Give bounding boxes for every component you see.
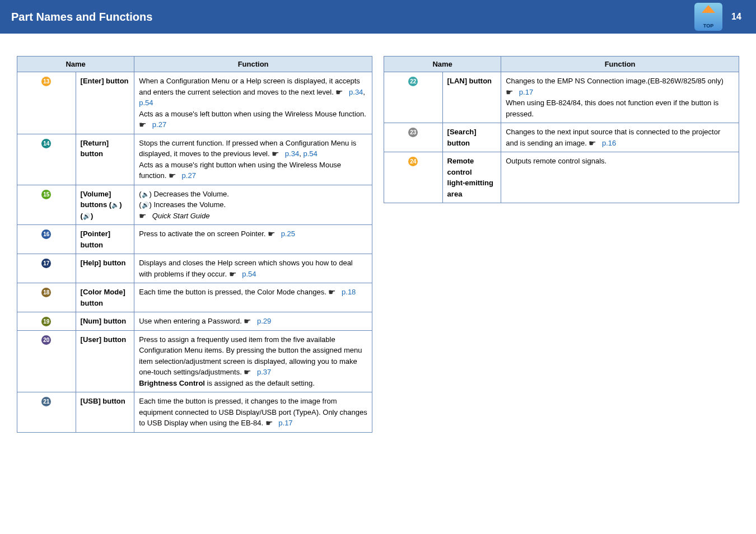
hand-icon [229,269,240,276]
func-text: Each time the button is pressed, the Col… [139,288,328,296]
button-name: [Enter] button [81,77,129,85]
page-link[interactable]: p.34 [349,88,363,96]
table-row: 16 [Pointer] button Press to activate th… [17,225,372,254]
row-number: 22 [408,77,418,86]
func-text: Outputs remote control signals. [506,157,606,165]
sep: , [363,88,365,96]
header-right: TOP 14 [694,3,745,31]
function-cell: Each time the button is pressed, the Col… [134,283,372,312]
table-row: 15 [Volume] buttons () () () Decreases t… [17,185,372,225]
func-text: When a Configuration Menu or a Help scre… [139,77,360,96]
row-number: 19 [41,317,51,326]
hand-icon [265,418,277,425]
bold-text: Brightness Control [139,379,205,387]
function-cell: () Decreases the Volume. () Increases th… [134,185,372,225]
functions-table-right: Name Function 22 [LAN] button Changes to… [384,56,739,203]
func-text: When using EB-824/84, this does not func… [506,99,718,118]
page-link[interactable]: p.34 [285,149,299,158]
guide-ref: Quick Start Guide [152,212,210,220]
button-name: Remote control [447,157,474,176]
func-text: Each time the button is pressed, it chan… [139,397,367,427]
function-cell: Outputs remote control signals. [501,152,739,203]
page-link[interactable]: p.54 [139,99,153,107]
hand-icon [139,120,150,127]
page-link[interactable]: p.17 [519,88,533,96]
content-area: Name Function 13 [Enter] button When a C… [0,34,756,444]
hand-icon [244,367,255,374]
button-name: [User] button [81,335,127,344]
button-name-cell: Remote control light-emitting area [442,152,501,203]
func-text: Use when entering a Password. [139,317,244,325]
top-button[interactable]: TOP [694,3,722,31]
volume-down-icon [111,200,119,209]
row-number: 13 [41,77,51,86]
th-function: Function [134,57,372,72]
hand-icon [169,171,180,177]
page-link[interactable]: p.18 [342,288,356,296]
func-text: ) Decreases the Volume. [150,190,229,198]
row-number: 24 [408,157,418,166]
row-number: 21 [41,397,51,406]
function-cell: Changes to the next input source that is… [501,123,739,152]
right-column: Name Function 22 [LAN] button Changes to… [384,56,739,433]
row-number: 23 [408,128,418,137]
button-name: light-emitting area [447,179,493,198]
hand-icon [268,229,279,236]
row-number: 18 [41,288,51,297]
func-text: ) Increases the Volume. [150,200,226,209]
page-link[interactable]: p.25 [281,229,295,238]
th-name: Name [17,57,134,72]
function-cell: Use when entering a Password. p.29 [134,312,372,331]
page-link[interactable]: p.16 [602,139,616,147]
table-row: 14 [Return] button Stops the current fun… [17,134,372,185]
page-link[interactable]: p.54 [303,149,317,158]
button-name: [Num] button [81,317,127,325]
page-header: Part Names and Functions TOP 14 [0,0,756,34]
table-row: 18 [Color Mode] button Each time the but… [17,283,372,312]
button-name: [Volume] buttons ( [81,190,112,209]
table-row: 17 [Help] button Displays and closes the… [17,254,372,283]
button-name: [USB] button [81,397,125,405]
page-title: Part Names and Functions [11,11,152,24]
hand-icon [139,211,150,218]
page-link[interactable]: p.54 [242,270,256,278]
row-number: 16 [41,229,51,239]
function-cell: Displays and closes the Help screen whic… [134,254,372,283]
func-text: Acts as a mouse's left button when using… [139,110,366,118]
top-label: TOP [703,23,713,29]
page-link[interactable]: p.29 [257,317,271,325]
page-link[interactable]: p.17 [278,419,292,427]
page-link[interactable]: p.27 [182,171,196,180]
hand-icon [506,87,517,94]
button-name: ) [119,200,122,209]
function-cell: Each time the button is pressed, it chan… [134,392,372,433]
func-text: Stops the current function. If pressed w… [139,139,356,158]
button-name: [Pointer] button [81,229,110,249]
left-column: Name Function 13 [Enter] button When a C… [17,56,372,433]
volume-up-icon [83,212,91,220]
hand-icon [244,316,255,323]
hand-icon [272,149,283,156]
table-row: 13 [Enter] button When a Configuration M… [17,72,372,134]
button-name: [LAN] button [447,77,492,85]
row-number: 20 [41,335,51,345]
function-cell: Press to assign a frequently used item f… [134,330,372,392]
th-name: Name [384,57,501,72]
page-number: 14 [728,12,745,22]
th-function: Function [501,57,739,72]
button-name: ) [91,212,93,220]
button-name: [Search] button [447,128,477,147]
row-number: 17 [41,259,51,268]
button-name: [Color Mode] button [81,288,125,307]
hand-icon [328,287,339,294]
page-link[interactable]: p.37 [257,368,271,376]
table-row: 21 [USB] button Each time the button is … [17,392,372,433]
volume-up-icon [142,200,150,209]
table-row: 23 [Search] button Changes to the next i… [384,123,739,152]
function-cell: When a Configuration Menu or a Help scre… [134,72,372,134]
table-row: 24 Remote control light-emitting area Ou… [384,152,739,203]
page-link[interactable]: p.27 [152,120,166,129]
func-text: Press to activate the on screen Pointer. [139,229,268,238]
button-name: [Help] button [81,259,126,267]
hand-icon [335,87,347,94]
